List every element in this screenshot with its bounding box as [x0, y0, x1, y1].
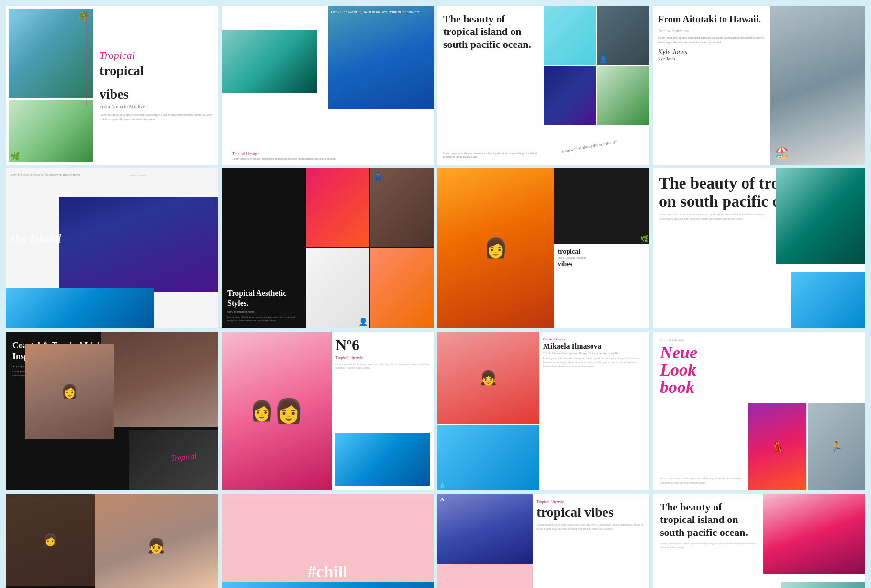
island-italic: the Island — [11, 232, 61, 246]
dark-sub: story by studio sorbone — [227, 311, 301, 313]
neue-label: Tropical Lifestyle — [660, 338, 859, 342]
neue-photo-2 — [808, 403, 865, 490]
vibes-text: vibes — [100, 87, 213, 102]
neue-body: Lorem ipsum dolor sit amet consectetur a… — [660, 477, 745, 485]
photo-c — [544, 66, 596, 125]
pink-photo — [306, 168, 369, 247]
card-aitutaki: From Aitutaki to Hawaii. Tropical destin… — [653, 6, 865, 165]
card-no6: 👩 Nº6 Tropical Lifestyle Lorem ipsum dol… — [222, 332, 434, 490]
beach-photo — [770, 6, 865, 165]
card-tropical-lifestyle: A B Tropical Lifestyle tropical vibes Lo… — [437, 494, 649, 588]
photo-a — [544, 6, 596, 65]
plant-photo — [9, 100, 93, 162]
ocean-quote-text: Live in the sunshine, swim in the sea, d… — [328, 10, 423, 15]
dark-top-block — [554, 168, 649, 244]
card-coastal-tropical: Coastal & Tropical Living Inspiration. S… — [6, 332, 218, 490]
girl-main-photo — [437, 168, 554, 327]
dark-text-side: Tropical Aesthetic Styles. story by stud… — [222, 168, 306, 327]
right-photo-grid — [306, 168, 434, 327]
photo-a-top: A — [437, 494, 533, 564]
italic-tropical: Tropical — [100, 49, 213, 62]
neue-photos — [748, 403, 865, 490]
aitutaki-right-photo: 👧 — [95, 494, 218, 588]
beauty-bottom-body: Lorem ipsum dolor sit amet consectetur a… — [660, 542, 759, 550]
photo-b — [597, 6, 649, 65]
no6-body: Lorem ipsum dolor sit amet consectetur a… — [335, 362, 430, 370]
no6-label: Tropical Lifestyle — [335, 356, 430, 360]
vibes-sub: From Aruba to Bahamas — [558, 256, 646, 259]
no6-num: Nº6 — [335, 336, 430, 354]
chill-hashtag: #chill — [307, 562, 347, 582]
dark-overlay-photo — [101, 332, 218, 427]
card-aesthetic-styles: Tropical Aesthetic Styles. story by stud… — [222, 168, 434, 327]
card-beauty-right: The beauty of tropical island on south p… — [653, 168, 865, 327]
card-beauty-tropical: The beauty of tropical island on south p… — [437, 6, 649, 165]
card-mikaela: 👧 Our Art Director Mikaela Ilmasova True… — [437, 332, 649, 490]
blue-photo — [791, 272, 865, 327]
palm-photo — [9, 9, 93, 98]
no6-right-side: Nº6 Tropical Lifestyle Lorem ipsum dolor… — [332, 332, 434, 490]
signature: Kyle Jones — [658, 48, 765, 56]
pink-middle-bar — [437, 564, 533, 588]
lifestyle-title: tropical vibes — [536, 505, 646, 520]
from-text: From Aruba to Maldives — [100, 104, 213, 109]
script-overlay: somewhere above the sea the air — [561, 139, 617, 154]
orange-photo — [370, 248, 434, 327]
card-neue-lookbook: Tropical Lifestyle Neue Look book Lorem … — [653, 332, 865, 490]
white-text-block: tropical From Aruba to Bahamas vibes — [554, 244, 649, 327]
pink-line-divider — [86, 11, 87, 106]
main-grid: Tropical tropical vibes From Aruba to Ma… — [0, 0, 871, 588]
body-text: Lorem ipsum dolor sit amet consectetur a… — [443, 151, 538, 159]
card-girl-sunglasses: tropical From Aruba to Bahamas vibes — [437, 168, 649, 327]
name-text: Kyle Jones — [658, 57, 765, 61]
card-tropical-vibes: Tropical tropical vibes From Aruba to Ma… — [6, 6, 218, 165]
body-text: Lorem ipsum dolor sit amet consectetur a… — [232, 157, 349, 161]
beauty-bottom-title: The beauty of tropical island on south p… — [660, 501, 759, 539]
right-text-block: Tropical tropical vibes From Aruba to Ma… — [95, 6, 218, 165]
body-text: Lorem ipsum dolor sit amet consectetur a… — [658, 36, 765, 44]
card-beauty-bottom: The beauty of tropical island on south p… — [653, 494, 865, 588]
lifestyle-text-side: Tropical Lifestyle tropical vibes Lorem … — [533, 494, 649, 588]
hawaii-title: From Aitutaki to Hawaii. — [658, 13, 765, 25]
left-photos — [6, 6, 95, 165]
card-aitutaki-dark: 👩 From Aitutaki to Hawaii. Lorem ipsum d… — [6, 494, 218, 588]
lifestyle-body: Lorem ipsum dolor sit amet consectetur a… — [536, 523, 646, 531]
photo-d — [597, 66, 649, 125]
no6-small-photo — [335, 433, 430, 485]
mikaela-name: Mikaela Ilmasova — [543, 342, 646, 351]
body-text: Lorem ipsum dolor sit amet consectetur a… — [100, 113, 213, 122]
ocean-small-photo — [222, 30, 317, 93]
neue-title: Neue Look book — [660, 344, 859, 396]
label-a: A — [440, 496, 444, 502]
body-block: Tropical Lifestyle Lorem ipsum dolor sit… — [232, 152, 349, 161]
mikaela-body: Lorem ipsum dolor sit amet consectetur a… — [543, 356, 646, 368]
card-chill: #chill drink in the wild air. — [222, 494, 434, 588]
girl-photo — [306, 248, 369, 327]
vibes-title2: vibes — [558, 260, 646, 268]
body-text: Lorem ipsum dolor sit amet consectetur a… — [659, 212, 769, 221]
vibes-title: tropical — [558, 248, 646, 255]
overlay-portrait: 👩 — [25, 344, 114, 439]
mikaela-sub: True in this sunshine. Open on the sea. … — [543, 352, 646, 355]
dark-portrait: 👩 — [6, 494, 95, 587]
mikaela-photos: 👧 — [437, 332, 539, 490]
denim-photo — [370, 168, 434, 247]
art-dir-label: Our Art Director — [543, 337, 646, 341]
ocean-big-photo — [328, 6, 434, 109]
left-photo-side: A B — [437, 494, 533, 588]
lifestyle-label: Tropical Lifestyle — [536, 500, 646, 504]
beauty-right-photo-1 — [763, 494, 865, 574]
beauty-right-photo-2 — [781, 582, 865, 588]
card-the-island: Story by Richard Sorbone & Photography b… — [6, 168, 218, 327]
girl-top-photo: 👧 — [437, 332, 539, 424]
card-ocean-quote: Live in the sunshine, swim in the sea, d… — [222, 6, 434, 165]
tropical-dest: Tropical destination — [658, 29, 765, 33]
mikaela-text-block: Our Art Director Mikaela Ilmasova True i… — [539, 332, 649, 490]
dark-body: Lorem ipsum dolor sit amet consectetur a… — [227, 315, 301, 322]
tropical-label: Tropical Lifestyle — [232, 152, 349, 156]
neue-photo-1 — [748, 403, 806, 490]
teal-photo — [776, 168, 865, 264]
chill-ocean-photo — [222, 582, 434, 588]
dark-text-bottom: From Aitutaki to Hawaii. Lorem ipsum dol… — [6, 586, 95, 588]
left-text-block: From Aitutaki to Hawaii. Tropical destin… — [653, 6, 770, 165]
